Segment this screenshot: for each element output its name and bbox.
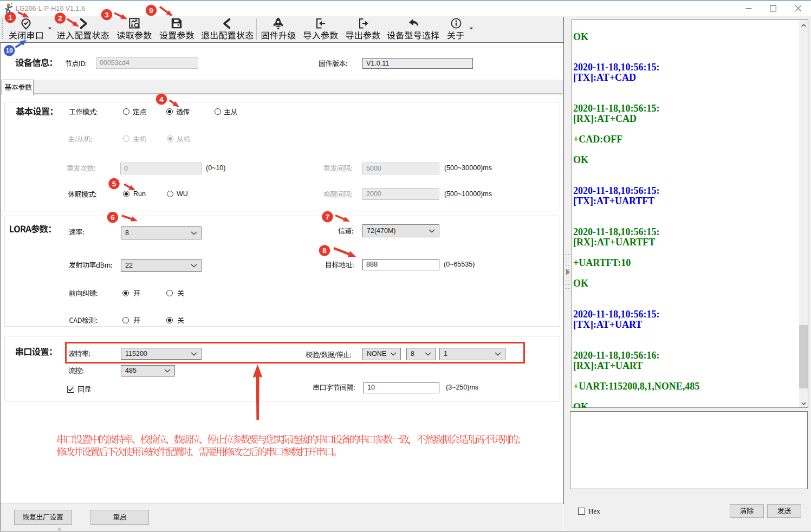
svg-text:6: 6 xyxy=(111,213,115,222)
svg-text:5: 5 xyxy=(112,180,116,188)
svg-text:2: 2 xyxy=(58,14,62,22)
svg-text:4: 4 xyxy=(159,95,164,103)
svg-text:3: 3 xyxy=(105,11,109,19)
svg-text:1: 1 xyxy=(8,14,12,22)
svg-text:10: 10 xyxy=(6,47,13,54)
svg-text:9: 9 xyxy=(149,7,153,15)
svg-text:7: 7 xyxy=(326,213,330,221)
svg-text:8: 8 xyxy=(322,246,327,255)
